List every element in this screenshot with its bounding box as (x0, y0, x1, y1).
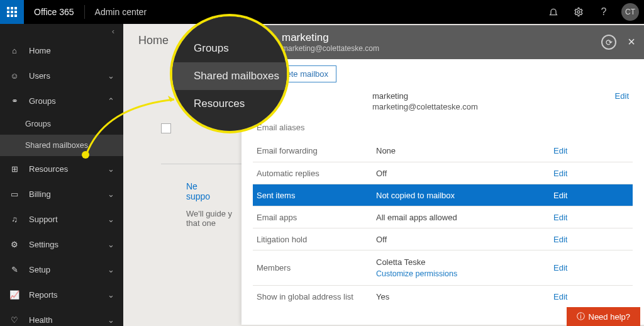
row-value: Off (376, 169, 547, 178)
left-nav: ‹ ⌂ Home ☺ Users ⌄ ⚭ Groups ⌃ Groups Sha… (0, 24, 123, 326)
sidebar-item-health[interactable]: ♡ Health ⌄ (0, 307, 123, 326)
row-value: Off (376, 235, 547, 244)
chevron-down-icon: ⌄ (108, 215, 114, 224)
row-automatic-replies[interactable]: Automatic replies Off Edit (253, 162, 633, 184)
top-bar: Office 365 Admin center ? CT (0, 0, 644, 24)
setup-icon: ✎ (9, 265, 20, 274)
edit-link[interactable]: Edit (547, 263, 629, 273)
waffle-icon (7, 7, 17, 17)
identity-block: marketing marketing@colettateske.com Edi… (372, 91, 633, 111)
sidebar-item-label: Setup (29, 265, 50, 274)
email-aliases-label: Email aliases (253, 120, 633, 137)
chevron-down-icon: ⌄ (108, 189, 114, 199)
billing-icon: ▭ (9, 189, 20, 199)
annotation-dot (82, 151, 89, 159)
brand-label: Office 365 (24, 7, 84, 17)
support-icon: ♫ (9, 215, 20, 224)
admin-center-label: Admin center (85, 7, 157, 17)
sidebar-item-label: Home (29, 46, 51, 55)
edit-identity-link[interactable]: Edit (615, 91, 629, 101)
row-value: Yes (376, 292, 547, 301)
sidebar-item-billing[interactable]: ▭ Billing ⌄ (0, 181, 123, 206)
row-email-apps[interactable]: Email apps All email apps allowed Edit (253, 206, 633, 228)
row-value: All email apps allowed (376, 213, 547, 222)
row-value: Not copied to mailbox (376, 191, 547, 200)
close-icon[interactable]: × (628, 35, 635, 50)
identity-name: marketing (372, 91, 633, 101)
flyout-subtitle: marketing@colettateske.com (282, 44, 379, 53)
settings-gear-icon[interactable] (566, 0, 591, 24)
sidebar-item-label: Resources (29, 164, 68, 174)
sidebar-item-users[interactable]: ☺ Users ⌄ (0, 63, 123, 88)
row-label: Email forwarding (257, 146, 376, 155)
home-icon: ⌂ (9, 46, 20, 55)
row-value: Coletta Teske Customize permissions (376, 257, 547, 278)
sidebar-item-label: Users (29, 71, 50, 81)
identity-email: marketing@colettateske.com (372, 102, 633, 111)
sidebar-item-label: Reports (29, 290, 58, 300)
edit-link[interactable]: Edit (547, 146, 629, 155)
row-checkbox[interactable] (161, 123, 171, 133)
sidebar-subitem-groups[interactable]: Groups (0, 113, 123, 135)
customize-permissions-link[interactable]: Customize permissions (376, 269, 547, 278)
sidebar-item-label: Settings (29, 240, 58, 249)
reports-icon: 📈 (9, 290, 20, 300)
row-label: Members (257, 263, 376, 273)
flyout-header: marketing marketing@colettateske.com ⟳ × (242, 25, 644, 59)
row-email-forwarding[interactable]: Email forwarding None Edit (253, 140, 633, 162)
sidebar-item-label: Health (29, 315, 53, 325)
sidebar-item-label: Billing (29, 189, 51, 199)
collapse-sidebar-button[interactable]: ‹ (0, 24, 123, 38)
row-label: Show in global address list (257, 292, 376, 301)
users-icon: ☺ (9, 71, 20, 81)
row-label: Sent items (257, 191, 376, 200)
sidebar-item-support[interactable]: ♫ Support ⌄ (0, 206, 123, 232)
edit-link[interactable]: Edit (547, 213, 629, 222)
question-circle-icon: ⓘ (577, 311, 585, 322)
row-label: Automatic replies (257, 169, 376, 178)
chevron-up-icon: ⌃ (108, 96, 114, 106)
sidebar-subitem-shared-mailboxes[interactable]: Shared mailboxes (0, 135, 123, 156)
row-value: None (376, 146, 547, 155)
row-show-in-gal[interactable]: Show in global address list Yes Edit (253, 285, 633, 307)
svg-point-0 (577, 11, 580, 13)
row-value-text: Coletta Teske (376, 257, 547, 267)
details-flyout: marketing marketing@colettateske.com ⟳ ×… (242, 25, 644, 325)
zoom-callout: Groups Shared mailboxes Resources (170, 14, 289, 133)
sidebar-item-label: Groups (29, 96, 56, 106)
sidebar-item-settings[interactable]: ⚙ Settings ⌄ (0, 232, 123, 257)
resources-icon: ⊞ (9, 164, 20, 174)
settings-icon: ⚙ (9, 240, 20, 249)
row-label: Email apps (257, 213, 376, 222)
user-avatar[interactable]: CT (621, 3, 639, 21)
row-sent-items[interactable]: Sent items Not copied to mailbox Edit (253, 184, 633, 206)
chevron-down-icon: ⌄ (108, 265, 114, 274)
sidebar-item-resources[interactable]: ⊞ Resources ⌄ (0, 156, 123, 181)
sidebar-item-reports[interactable]: 📈 Reports ⌄ (0, 282, 123, 307)
chevron-down-icon: ⌄ (108, 290, 114, 300)
row-litigation-hold[interactable]: Litigation hold Off Edit (253, 228, 633, 250)
edit-link[interactable]: Edit (547, 235, 629, 244)
flyout-title: marketing (282, 31, 379, 44)
detail-list: Email forwarding None Edit Automatic rep… (253, 140, 633, 307)
edit-link[interactable]: Edit (547, 191, 629, 200)
sidebar-item-label: Support (29, 215, 58, 224)
chevron-down-icon: ⌄ (108, 240, 114, 249)
sidebar-item-groups[interactable]: ⚭ Groups ⌃ (0, 88, 123, 113)
row-members[interactable]: Members Coletta Teske Customize permissi… (253, 250, 633, 285)
sidebar-subitem-label: Shared mailboxes (25, 141, 88, 150)
zoom-item-shared-mailboxes: Shared mailboxes (172, 62, 289, 90)
edit-link[interactable]: Edit (547, 169, 629, 178)
flyout-body: 🗑 Delete mailbox marketing marketing@col… (242, 59, 644, 313)
chevron-down-icon: ⌄ (108, 71, 114, 81)
edit-link[interactable]: Edit (547, 292, 629, 301)
sidebar-item-setup[interactable]: ✎ Setup ⌄ (0, 257, 123, 282)
notifications-icon[interactable] (541, 0, 566, 24)
help-icon[interactable]: ? (591, 0, 616, 24)
need-help-label: Need help? (589, 312, 631, 322)
refresh-icon[interactable]: ⟳ (601, 35, 616, 50)
health-icon: ♡ (9, 315, 20, 325)
app-launcher-button[interactable] (0, 0, 24, 24)
need-help-button[interactable]: ⓘ Need help? (567, 307, 641, 326)
sidebar-item-home[interactable]: ⌂ Home (0, 38, 123, 63)
